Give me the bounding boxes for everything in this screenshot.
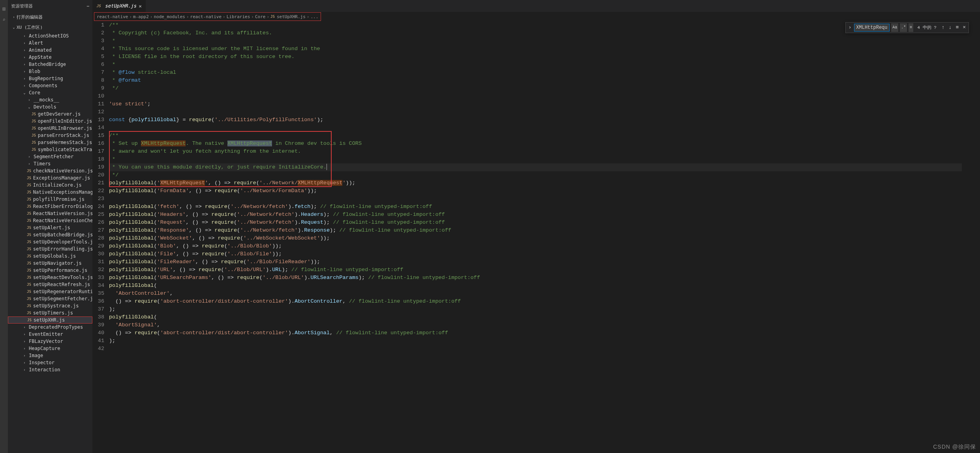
code-line[interactable]: * aware and won't let you fetch anything… [109, 148, 962, 155]
breadcrumb-segment[interactable]: ... [310, 14, 318, 19]
prev-match-icon[interactable]: ↑ [941, 24, 946, 32]
code-line[interactable]: /** [109, 132, 962, 140]
folder-item[interactable]: ›Inspector [8, 359, 92, 366]
code-line[interactable]: * Set up XMLHttpRequest. The native XMLH… [109, 140, 962, 148]
code-line[interactable]: () => require('abort-controller/dist/abo… [109, 298, 962, 305]
file-item[interactable]: JSsetUpErrorHandling.js [8, 245, 92, 253]
folder-item[interactable]: ›AppState [8, 54, 92, 61]
code-line[interactable]: 'AbortSignal', [109, 321, 962, 329]
folder-item[interactable]: ›SegmentFetcher [8, 153, 92, 160]
code-line[interactable]: polyfillGlobal('File', () => require('..… [109, 250, 962, 258]
find-in-selection-icon[interactable]: ≡ [954, 24, 960, 32]
folder-item[interactable]: ›DeprecatedPropTypes [8, 324, 92, 331]
code-line[interactable]: const {polyfillGlobal} = require('../Uti… [109, 116, 962, 124]
code-line[interactable]: * LICENSE file in the root directory of … [109, 53, 962, 61]
code-line[interactable] [109, 195, 962, 203]
folder-item[interactable]: ›Blob [8, 68, 92, 75]
folder-item[interactable]: ›Components [8, 82, 92, 89]
file-item[interactable]: JSparseHermesStack.js [8, 139, 92, 146]
code-line[interactable] [109, 108, 962, 116]
file-item[interactable]: JSopenURLInBrowser.js [8, 125, 92, 132]
file-item[interactable]: JSsetUpBatchedBridge.js [8, 231, 92, 238]
code-line[interactable]: polyfillGlobal('Blob', () => require('..… [109, 242, 962, 250]
file-item[interactable]: JSsetUpDeveloperTools.js [8, 238, 92, 245]
code-line[interactable]: polyfillGlobal('FileReader', () => requi… [109, 258, 962, 266]
breadcrumb-segment[interactable]: setUpXHR.js [277, 14, 306, 19]
folder-item[interactable]: ›ActionSheetIOS [8, 32, 92, 39]
file-item[interactable]: JSsetUpGlobals.js [8, 253, 92, 260]
code-line[interactable]: 'AbortController', [109, 290, 962, 298]
regex-toggle[interactable]: .* [900, 23, 907, 32]
breadcrumb-segment[interactable]: node_modules [154, 14, 185, 19]
file-item[interactable]: JSInitializeCore.js [8, 182, 92, 189]
folder-item[interactable]: ›BatchedBridge [8, 61, 92, 68]
open-editors-section[interactable]: › 打开的编辑器 [11, 13, 92, 21]
folder-item[interactable]: ›HeapCapture [8, 345, 92, 352]
code-line[interactable]: /** [109, 21, 962, 29]
breadcrumb-segment[interactable]: Core [255, 14, 266, 19]
breadcrumb-segment[interactable]: Libraries [227, 14, 250, 19]
whole-word-toggle[interactable]: ≡ [909, 23, 913, 32]
code-line[interactable]: * [109, 61, 962, 69]
file-item[interactable]: JSsymbolicateStackTrace.js [8, 146, 92, 153]
code-line[interactable]: * @format [109, 77, 962, 84]
file-item[interactable]: JSsetUpNavigator.js [8, 260, 92, 267]
file-item[interactable]: JSsetUpPerformance.js [8, 267, 92, 274]
folder-item[interactable]: ⌄Devtools [8, 103, 92, 110]
folder-item[interactable]: ›BugReporting [8, 75, 92, 82]
code-line[interactable]: polyfillGlobal('URLSearchParams', () => … [109, 274, 962, 282]
code-line[interactable]: * You can use this module directly, or j… [109, 163, 962, 171]
code-line[interactable]: polyfillGlobal('URL', () => require('../… [109, 266, 962, 274]
code-line[interactable]: * This source code is licensed under the… [109, 45, 962, 53]
next-match-icon[interactable]: ↓ [948, 24, 953, 32]
code-line[interactable]: polyfillGlobal( [109, 313, 962, 321]
code-line[interactable]: * Copyright (c) Facebook, Inc. and its a… [109, 29, 962, 37]
explorer-icon[interactable]: ▤ [0, 3, 8, 14]
code-line[interactable] [109, 124, 962, 132]
breadcrumb-segment[interactable]: react-native [190, 14, 222, 19]
code-line[interactable]: polyfillGlobal('WebSocket', () => requir… [109, 234, 962, 242]
code-line[interactable]: */ [109, 171, 962, 179]
code-editor[interactable]: 1234567891011121314151617181920212223242… [92, 21, 980, 453]
folder-item[interactable]: ›__mocks__ [8, 96, 92, 103]
code-line[interactable]: 'use strict'; [109, 100, 962, 108]
code-line[interactable]: polyfillGlobal( [109, 282, 962, 290]
file-item[interactable]: JSsetUpSegmentFetcher.js [8, 295, 92, 302]
folder-item[interactable]: ›Alert [8, 39, 92, 47]
folder-item[interactable]: ›Timers [8, 160, 92, 167]
folder-item[interactable]: ›Interaction [8, 366, 92, 373]
folder-item[interactable]: ›FBLazyVector [8, 338, 92, 345]
code-line[interactable]: * [109, 155, 962, 163]
file-item[interactable]: JSReactNativeVersionCheck.js [8, 217, 92, 224]
file-item[interactable]: JScheckNativeVersion.js [8, 167, 92, 174]
code-line[interactable]: * @flow strict-local [109, 69, 962, 77]
breadcrumb[interactable]: react-native›m-app2›node_modules›react-n… [94, 12, 321, 21]
find-input[interactable] [854, 24, 890, 32]
code-line[interactable] [109, 345, 962, 353]
file-item[interactable]: JSsetUpAlert.js [8, 224, 92, 231]
breadcrumb-segment[interactable]: m-app2 [133, 14, 149, 19]
code-line[interactable]: polyfillGlobal('Response', () => require… [109, 226, 962, 234]
search-icon[interactable]: ⌕ [0, 14, 8, 25]
code-content[interactable]: /** * Copyright (c) Facebook, Inc. and i… [109, 21, 962, 453]
file-item[interactable]: JSsetUpTimers.js [8, 309, 92, 316]
file-item[interactable]: JSNativeExceptionsManager.js [8, 189, 92, 196]
file-item[interactable]: JSsetUpReactDevTools.js [8, 274, 92, 281]
tab-setupxhr[interactable]: JS setUpXHR.js × [92, 0, 146, 12]
sidebar-more-icon[interactable]: ⋯ [86, 4, 89, 9]
file-item[interactable]: JSparseErrorStack.js [8, 132, 92, 139]
code-line[interactable]: polyfillGlobal('Headers', () => require(… [109, 211, 962, 219]
file-item[interactable]: JSReactFiberErrorDialog.js [8, 203, 92, 210]
file-item[interactable]: JSsetUpSystrace.js [8, 302, 92, 309]
code-line[interactable]: polyfillGlobal('Request', () => require(… [109, 219, 962, 226]
code-line[interactable]: polyfillGlobal('XMLHttpRequest', () => r… [109, 179, 962, 187]
file-item[interactable]: JSgetDevServer.js [8, 110, 92, 118]
folder-item[interactable]: ›Animated [8, 47, 92, 54]
close-icon[interactable]: × [961, 24, 967, 32]
code-line[interactable]: */ [109, 84, 962, 92]
file-item[interactable]: JSopenFileInEditor.js [8, 118, 92, 125]
code-line[interactable] [109, 92, 962, 100]
minimap[interactable] [962, 21, 980, 453]
code-line[interactable]: polyfillGlobal('FormData', () => require… [109, 187, 962, 195]
folder-item[interactable]: ›Image [8, 352, 92, 359]
